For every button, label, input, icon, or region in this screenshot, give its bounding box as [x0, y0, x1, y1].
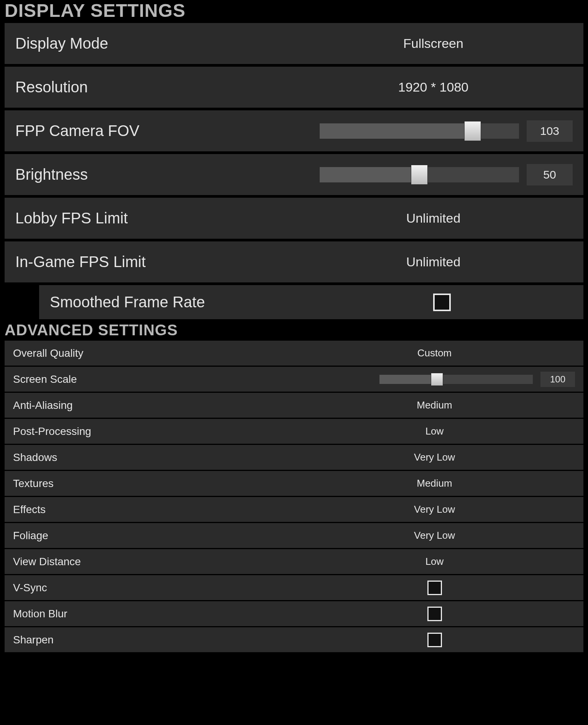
post-processing-row[interactable]: Post-Processing Low	[5, 418, 583, 444]
effects-label: Effects	[13, 504, 294, 516]
textures-label: Textures	[13, 477, 294, 490]
brightness-label: Brightness	[15, 166, 294, 183]
shadows-label: Shadows	[13, 451, 294, 464]
foliage-label: Foliage	[13, 530, 294, 542]
view-distance-row[interactable]: View Distance Low	[5, 549, 583, 574]
sharpen-row[interactable]: Sharpen	[5, 627, 583, 652]
post-processing-value: Low	[425, 425, 444, 437]
resolution-row[interactable]: Resolution 1920 * 1080	[5, 66, 583, 108]
motion-blur-row[interactable]: Motion Blur	[5, 601, 583, 626]
brightness-slider[interactable]	[320, 167, 519, 182]
display-settings-header: DISPLAY SETTINGS	[0, 0, 588, 23]
shadows-value: Very Low	[414, 451, 455, 463]
overall-quality-row[interactable]: Overall Quality Custom	[5, 340, 583, 366]
fpp-fov-value[interactable]: 103	[527, 120, 573, 142]
screen-scale-label: Screen Scale	[13, 373, 294, 385]
lobby-fps-value: Unlimited	[406, 211, 461, 226]
fpp-fov-label: FPP Camera FOV	[15, 122, 294, 139]
anti-aliasing-row[interactable]: Anti-Aliasing Medium	[5, 392, 583, 418]
vsync-label: V-Sync	[13, 582, 294, 594]
lobby-fps-row[interactable]: Lobby FPS Limit Unlimited	[5, 197, 583, 239]
display-mode-value: Fullscreen	[403, 36, 463, 51]
ingame-fps-label: In-Game FPS Limit	[15, 253, 294, 271]
fpp-fov-row: FPP Camera FOV 103	[5, 110, 583, 151]
motion-blur-label: Motion Blur	[13, 608, 294, 620]
sharpen-checkbox[interactable]	[427, 633, 442, 647]
screen-scale-slider[interactable]	[379, 375, 533, 384]
effects-value: Very Low	[414, 504, 455, 515]
smoothed-frame-rate-checkbox[interactable]	[433, 294, 451, 311]
vsync-row[interactable]: V-Sync	[5, 575, 583, 600]
anti-aliasing-value: Medium	[417, 399, 452, 411]
resolution-value: 1920 * 1080	[398, 80, 468, 95]
motion-blur-checkbox[interactable]	[427, 607, 442, 621]
ingame-fps-row[interactable]: In-Game FPS Limit Unlimited	[5, 241, 583, 282]
foliage-value: Very Low	[414, 530, 455, 541]
display-mode-row[interactable]: Display Mode Fullscreen	[5, 23, 583, 64]
view-distance-label: View Distance	[13, 556, 294, 568]
effects-row[interactable]: Effects Very Low	[5, 497, 583, 522]
overall-quality-value: Custom	[417, 347, 452, 359]
sharpen-label: Sharpen	[13, 634, 294, 646]
post-processing-label: Post-Processing	[13, 425, 294, 438]
fpp-fov-slider[interactable]	[320, 123, 519, 139]
brightness-row: Brightness 50	[5, 154, 583, 195]
smoothed-frame-rate-label: Smoothed Frame Rate	[50, 294, 311, 311]
screen-scale-value[interactable]: 100	[540, 372, 575, 387]
smoothed-frame-rate-row[interactable]: Smoothed Frame Rate	[39, 285, 583, 319]
view-distance-value: Low	[425, 556, 444, 568]
ingame-fps-value: Unlimited	[406, 254, 461, 269]
overall-quality-label: Overall Quality	[13, 347, 294, 359]
anti-aliasing-label: Anti-Aliasing	[13, 399, 294, 412]
advanced-settings-header: ADVANCED SETTINGS	[0, 319, 588, 340]
foliage-row[interactable]: Foliage Very Low	[5, 523, 583, 548]
textures-row[interactable]: Textures Medium	[5, 471, 583, 496]
screen-scale-row: Screen Scale 100	[5, 366, 583, 392]
lobby-fps-label: Lobby FPS Limit	[15, 210, 294, 227]
vsync-checkbox[interactable]	[427, 581, 442, 595]
display-mode-label: Display Mode	[15, 35, 294, 52]
brightness-value[interactable]: 50	[527, 164, 573, 185]
textures-value: Medium	[417, 477, 452, 489]
resolution-label: Resolution	[15, 79, 294, 96]
shadows-row[interactable]: Shadows Very Low	[5, 445, 583, 470]
